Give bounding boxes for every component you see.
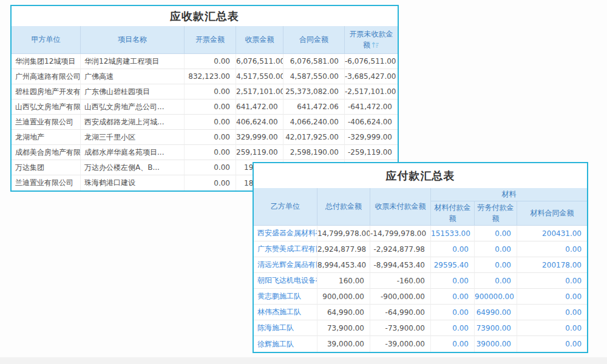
company-link-cell[interactable]: 陈海施工队 [254, 320, 317, 336]
column-header-invoiced-amount[interactable]: 开票金额 [185, 26, 236, 54]
table-row[interactable]: 龙湖地产龙湖三千里小区0.00329,999.0042,017,925.00-3… [12, 130, 398, 145]
table-row[interactable]: 西安盛器金属材料有14,799,978.00-14,799,978.001515… [254, 226, 587, 241]
table-row[interactable]: 清远光辉金属品有限8,994,453.40-8,994,453.4029595.… [254, 257, 587, 273]
table-cell: 25,373,082.00 [283, 84, 345, 99]
column-header-invoice-unpaid[interactable]: 收票未付款金额 [370, 188, 431, 226]
table-cell: 华润12城房建工程项目 [81, 54, 185, 69]
table-cell: 0.00 [517, 289, 587, 305]
column-header-received-amount[interactable]: 收票金额 [236, 26, 283, 54]
payable-table-title: 应付款汇总表 [254, 163, 587, 188]
table-cell: -900,000.00 [370, 289, 431, 305]
table-cell: 200178.00 [517, 257, 587, 273]
column-header-invoiced-unpaid-amount[interactable]: 开票未收款金额 [345, 26, 398, 54]
table-cell: -160.00 [370, 273, 431, 289]
table-cell: 0.00 [517, 241, 587, 257]
table-cell: 160.00 [317, 273, 370, 289]
table-row[interactable]: 山西弘文房地产有限...山西弘文房地产总公司...0.00641,472.006… [12, 99, 398, 115]
column-group-header-material: 材料 [431, 188, 587, 201]
payable-summary-table: 应付款汇总表 乙方单位 总付款金额 收票未付款金额 材料 材料付款金额 劳务付款… [253, 162, 588, 353]
company-link-cell[interactable]: 清远光辉金属品有限 [254, 257, 317, 273]
table-cell: 2,598,190.00 [283, 145, 345, 160]
table-cell: 0.00 [185, 175, 236, 190]
column-header-labor-paid[interactable]: 劳务付款金额 [475, 201, 517, 226]
table-cell: 山西弘文房地产总公司... [81, 99, 185, 115]
table-cell: 0.00 [185, 84, 236, 99]
table-cell: -259,119.00 [345, 145, 398, 160]
table-cell: -2,924,877.98 [370, 241, 431, 257]
table-cell: 广州高速路有限公司 [12, 69, 81, 84]
column-header-contract-amount[interactable]: 合同金额 [283, 26, 345, 54]
table-cell: 8,994,453.40 [317, 257, 370, 273]
table-cell: 0.00 [517, 273, 587, 289]
table-cell: 4,066,240.00 [283, 115, 345, 130]
company-link-cell[interactable]: 广东赞美成工程有限 [254, 241, 317, 257]
column-header-party-b[interactable]: 乙方单位 [254, 188, 317, 226]
table-cell: 兰迪置业有限公司 [12, 175, 81, 190]
table-cell: 万达办公楼左侧A、B... [81, 160, 185, 175]
table-cell: -73,900.00 [370, 320, 431, 336]
table-row[interactable]: 黄志鹏施工队900,000.00-900,000.000.00900000.00… [254, 289, 587, 305]
table-cell: 0.00 [185, 115, 236, 130]
payable-header-group-row: 乙方单位 总付款金额 收票未付款金额 材料 [254, 188, 587, 201]
table-cell: 0.00 [185, 99, 236, 115]
table-cell: 641,472.00 [236, 99, 283, 115]
company-link-cell[interactable]: 徐辉施工队 [254, 336, 317, 352]
table-cell: 6,076,511.00 [236, 54, 283, 69]
company-link-cell[interactable]: 西安盛器金属材料有 [254, 226, 317, 241]
company-link-cell[interactable]: 朝阳飞达机电设备有 [254, 273, 317, 289]
table-cell: 0.00 [431, 336, 475, 352]
table-cell: 64,990.00 [317, 305, 370, 320]
page-bottom-strip [0, 357, 607, 364]
table-cell: 39,000.00 [317, 336, 370, 352]
table-row[interactable]: 朝阳飞达机电设备有160.00-160.000.000.000.00 [254, 273, 587, 289]
table-row[interactable]: 林伟杰施工队64,990.00-64,990.000.0064990.000.0… [254, 305, 587, 320]
table-cell: -2,517,101.00 [345, 84, 398, 99]
column-header-material-paid[interactable]: 材料付款金额 [431, 201, 475, 226]
table-cell: 0.00 [475, 226, 517, 241]
table-row[interactable]: 广州高速路有限公司广佛高速832,123.004,517,550.004,587… [12, 69, 398, 84]
table-row[interactable]: 广东赞美成工程有限2,924,877.98-2,924,877.980.000.… [254, 241, 587, 257]
table-cell: 龙湖三千里小区 [81, 130, 185, 145]
table-cell: 42,017,925.00 [283, 130, 345, 145]
column-header-material-contract[interactable]: 材料合同金额 [517, 201, 587, 226]
table-cell: 64990.00 [475, 305, 517, 320]
table-cell: 406,624.00 [236, 115, 283, 130]
company-link-cell[interactable]: 林伟杰施工队 [254, 305, 317, 320]
table-cell: -3,685,427.00 [345, 69, 398, 84]
table-cell: 0.00 [475, 257, 517, 273]
table-cell: 广佛高速 [81, 69, 185, 84]
table-cell: 兰迪置业有限公司 [12, 115, 81, 130]
column-header-total-paid[interactable]: 总付款金额 [317, 188, 370, 226]
sort-ascending-icon[interactable] [371, 41, 379, 49]
table-cell: 0.00 [185, 130, 236, 145]
table-cell: 0.00 [431, 241, 475, 257]
table-row[interactable]: 华润集团12城项目华润12城房建工程项目0.006,076,511.006,07… [12, 54, 398, 69]
table-row[interactable]: 成都美合房地产有限...成都水岸华庭名苑项目...0.00259,119.002… [12, 145, 398, 160]
table-cell: -329,999.00 [345, 130, 398, 145]
company-link-cell[interactable]: 黄志鹏施工队 [254, 289, 317, 305]
column-header-project-name[interactable]: 项目名称 [81, 26, 185, 54]
payable-table-body: 西安盛器金属材料有14,799,978.00-14,799,978.001515… [254, 226, 587, 352]
table-cell: 成都水岸华庭名苑项目... [81, 145, 185, 160]
table-row[interactable]: 兰迪置业有限公司西安成都路龙湖上河城...0.00406,624.004,066… [12, 115, 398, 130]
table-cell: 珠海鹤港口建设 [81, 175, 185, 190]
table-row[interactable]: 碧桂园房地产开发有...广东佛山碧桂园项目0.002,517,101.0025,… [12, 84, 398, 99]
table-row[interactable]: 徐辉施工队39,000.00-39,000.000.0039000.000.00 [254, 336, 587, 352]
column-header-party-a[interactable]: 甲方单位 [12, 26, 81, 54]
table-cell: 万达集团 [12, 160, 81, 175]
table-cell: 151533.00 [431, 226, 475, 241]
table-cell: 0.00 [475, 241, 517, 257]
table-cell: 0.00 [185, 54, 236, 69]
table-cell: 龙湖地产 [12, 130, 81, 145]
table-cell: 4,587,550.00 [283, 69, 345, 84]
table-cell: -8,994,453.40 [370, 257, 431, 273]
table-row[interactable]: 陈海施工队73,900.00-73,900.000.0073900.000.00 [254, 320, 587, 336]
table-cell: 29595.40 [431, 257, 475, 273]
table-cell: 山西弘文房地产有限... [12, 99, 81, 115]
table-cell: 0.00 [517, 305, 587, 320]
table-cell: 900000.00 [475, 289, 517, 305]
table-cell: 329,999.00 [236, 130, 283, 145]
table-cell: 73900.00 [475, 320, 517, 336]
table-cell: 华润集团12城项目 [12, 54, 81, 69]
table-cell: -641,472.00 [345, 99, 398, 115]
